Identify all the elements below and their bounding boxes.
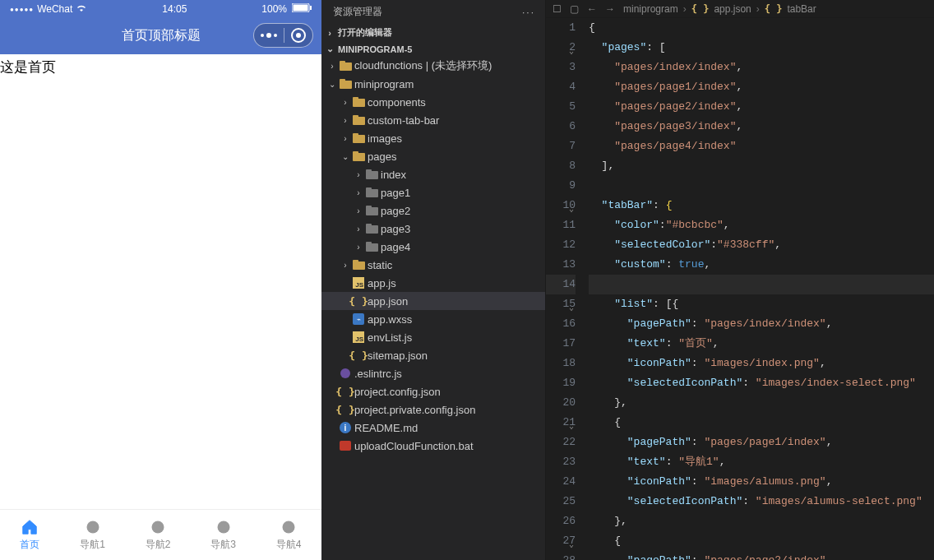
chevron-right-icon[interactable]: › bbox=[340, 116, 351, 125]
tree-node[interactable]: { }app.json bbox=[321, 292, 545, 310]
breadcrumb-item[interactable]: miniprogram bbox=[623, 3, 678, 15]
tree-node[interactable]: ›page3 bbox=[321, 220, 545, 238]
tree-node-label: miniprogram bbox=[354, 78, 414, 90]
tree-node[interactable]: { }project.config.json bbox=[321, 382, 545, 400]
nav-forward-icon[interactable]: → bbox=[605, 3, 615, 15]
code-line[interactable]: "pagePath": "pages/page1/index", bbox=[589, 433, 934, 452]
breadcrumb-item[interactable]: tabBar bbox=[787, 3, 816, 15]
wifi-icon bbox=[76, 3, 87, 15]
code-editor: ☐ ▢ ← → miniprogram › { } app.json › { }… bbox=[546, 0, 934, 560]
status-app-name: WeChat bbox=[37, 3, 72, 15]
tree-node[interactable]: { }sitemap.json bbox=[321, 346, 545, 364]
tree-node[interactable]: .eslintrc.js bbox=[321, 364, 545, 382]
section-open-editors[interactable]: › 打开的编辑器 bbox=[321, 24, 545, 41]
code-line[interactable]: { bbox=[589, 18, 934, 38]
chevron-right-icon[interactable]: › bbox=[340, 98, 351, 107]
chevron-down-icon[interactable]: ⌄ bbox=[340, 152, 351, 161]
chevron-right-icon[interactable]: › bbox=[353, 206, 364, 215]
tree-node[interactable]: iREADME.md bbox=[321, 419, 545, 437]
tree-node[interactable]: ›components bbox=[321, 93, 545, 111]
tree-node[interactable]: ›page1 bbox=[321, 183, 545, 201]
code-line[interactable]: "selectedIconPath": "images/index-select… bbox=[589, 373, 934, 393]
bookmark-icon[interactable]: ☐ bbox=[553, 3, 562, 15]
json-brace-icon: { } bbox=[765, 3, 783, 15]
code-line[interactable]: "pages/page2/index", bbox=[589, 97, 934, 117]
outline-icon[interactable]: ▢ bbox=[570, 3, 579, 15]
capsule-close-icon[interactable] bbox=[291, 28, 306, 43]
tree-node[interactable]: ⌄miniprogram bbox=[321, 75, 545, 93]
tree-node[interactable]: ›images bbox=[321, 129, 545, 147]
tree-node-label: sitemap.json bbox=[368, 349, 428, 362]
code-line[interactable]: "iconPath": "images/index.png", bbox=[589, 354, 934, 373]
line-gutter[interactable]: 12⌄345678910⌄1112131415⌄161718192021⌄222… bbox=[546, 18, 589, 560]
tab-nav1[interactable]: 导航1 bbox=[80, 518, 105, 552]
code-line[interactable]: "iconPath": "images/alumus.png", bbox=[589, 472, 934, 492]
nav-back-icon[interactable]: ← bbox=[587, 3, 597, 15]
chevron-right-icon[interactable]: › bbox=[353, 188, 364, 197]
tree-node[interactable]: ›page2 bbox=[321, 201, 545, 220]
phone-tabbar: 首页导航1导航2导航3导航4 bbox=[0, 509, 321, 560]
explorer-more-icon[interactable]: ··· bbox=[522, 7, 535, 18]
code-line[interactable]: "list": [{ bbox=[589, 294, 934, 314]
chevron-right-icon[interactable]: › bbox=[326, 62, 338, 71]
code-line[interactable]: }, bbox=[589, 393, 934, 413]
tree-node-label: pages bbox=[368, 150, 396, 163]
code-line[interactable]: "text": "首页", bbox=[589, 334, 934, 354]
code-line[interactable]: { bbox=[589, 531, 934, 551]
chevron-right-icon[interactable]: › bbox=[340, 261, 351, 270]
tree-node[interactable]: ›page4 bbox=[321, 238, 545, 256]
tab-nav4[interactable]: 导航4 bbox=[276, 518, 302, 552]
svg-rect-20 bbox=[353, 97, 358, 100]
section-project[interactable]: ⌄ MINIPROGRAM-5 bbox=[321, 41, 545, 57]
editor-breadcrumb: ☐ ▢ ← → miniprogram › { } app.json › { }… bbox=[546, 0, 934, 18]
code-line[interactable]: "pages/index/index", bbox=[589, 58, 934, 77]
chevron-right-icon[interactable]: › bbox=[353, 224, 364, 234]
code-line[interactable]: "text": "导航1", bbox=[589, 452, 934, 472]
chevron-right-icon[interactable]: › bbox=[353, 243, 364, 252]
svg-rect-24 bbox=[353, 133, 358, 137]
tab-nav3[interactable]: 导航3 bbox=[210, 518, 236, 552]
code-line[interactable]: "color":"#bcbcbc", bbox=[589, 215, 934, 235]
tree-node[interactable]: uploadCloudFunction.bat bbox=[321, 437, 545, 455]
code-line[interactable]: }, bbox=[589, 511, 934, 531]
code-line[interactable]: "pagePath": "pages/page2/index", bbox=[589, 551, 934, 560]
code-line[interactable]: "pages": [ bbox=[589, 38, 934, 58]
phone-status-bar: ●●●●● WeChat 14:05 100% bbox=[0, 0, 321, 16]
capsule-button[interactable] bbox=[253, 23, 313, 48]
explorer-panel: 资源管理器 ··· › 打开的编辑器 ⌄ MINIPROGRAM-5 ›clou… bbox=[321, 0, 546, 560]
breadcrumb-item[interactable]: app.json bbox=[714, 3, 751, 15]
tree-node[interactable]: ⌄pages bbox=[321, 147, 545, 165]
code-line[interactable] bbox=[589, 176, 934, 196]
tab-home[interactable]: 首页 bbox=[20, 518, 39, 552]
chevron-right-icon[interactable]: › bbox=[340, 134, 351, 143]
chevron-right-icon: › bbox=[325, 28, 335, 38]
code-line[interactable]: "custom": true, bbox=[589, 255, 934, 275]
chevron-right-icon[interactable]: › bbox=[353, 170, 364, 179]
svg-rect-40 bbox=[340, 441, 351, 451]
code-line[interactable]: "selectedColor":"#338cff", bbox=[589, 235, 934, 255]
tree-node[interactable]: ›static bbox=[321, 256, 545, 274]
tree-node[interactable]: ›index bbox=[321, 165, 545, 183]
tree-node[interactable]: JSapp.js bbox=[321, 274, 545, 292]
tree-node-label: page4 bbox=[381, 241, 410, 253]
capsule-menu-icon[interactable] bbox=[261, 33, 277, 38]
tree-node[interactable]: ›custom-tab-bar bbox=[321, 111, 545, 129]
code-line[interactable]: "pages/page1/index", bbox=[589, 77, 934, 97]
tab-nav1-icon bbox=[84, 518, 102, 536]
code-line[interactable] bbox=[589, 275, 934, 294]
tree-node[interactable]: JSenvList.js bbox=[321, 328, 545, 346]
code-lines[interactable]: { "pages": [ "pages/index/index", "pages… bbox=[589, 18, 934, 560]
code-line[interactable]: "pages/page3/index", bbox=[589, 117, 934, 137]
chevron-down-icon[interactable]: ⌄ bbox=[326, 80, 338, 89]
tree-node[interactable]: { }project.private.config.json bbox=[321, 400, 545, 419]
code-line[interactable]: "tabBar": { bbox=[589, 196, 934, 215]
code-line[interactable]: "pagePath": "pages/index/index", bbox=[589, 314, 934, 334]
code-line[interactable]: ], bbox=[589, 156, 934, 176]
tab-nav2[interactable]: 导航2 bbox=[146, 518, 171, 552]
code-line[interactable]: "pages/page4/index" bbox=[589, 137, 934, 156]
tree-node[interactable]: ⌁app.wxss bbox=[321, 310, 545, 328]
tree-node[interactable]: ›cloudfunctions | (未选择环境) bbox=[321, 57, 545, 75]
code-line[interactable]: "selectedIconPath": "images/alumus-selec… bbox=[589, 492, 934, 511]
tab-nav2-label: 导航2 bbox=[146, 538, 171, 552]
code-line[interactable]: { bbox=[589, 413, 934, 433]
